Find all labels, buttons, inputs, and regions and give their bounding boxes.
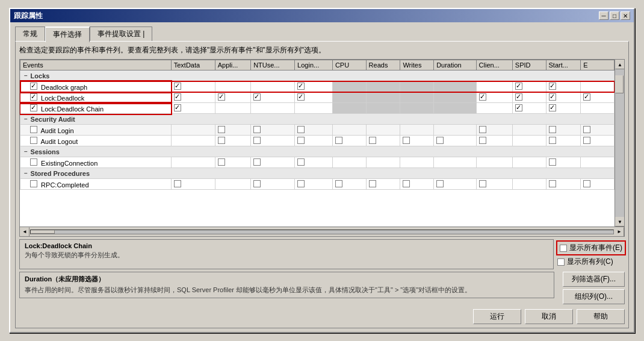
cell-lock-deadlock-label[interactable]: Lock:Deadlock (20, 92, 172, 103)
scroll-track-v[interactable] (615, 69, 624, 217)
cb-rpc[interactable] (30, 180, 37, 187)
tab-general[interactable]: 常规 (15, 27, 45, 42)
cell-dg-e (581, 81, 615, 92)
cb-deadlock-graph[interactable] (30, 83, 37, 90)
scroll-down-button[interactable]: ▼ (615, 217, 624, 227)
cell-alo-reads (366, 136, 400, 146)
cell-dg-duration (434, 81, 476, 92)
run-button[interactable]: 运行 (473, 309, 521, 324)
cell-ld-spid[interactable] (512, 92, 546, 103)
help-button[interactable]: 帮助 (577, 309, 625, 324)
cell-ec-e (581, 157, 615, 168)
scroll-thumb-v[interactable] (615, 75, 624, 93)
collapse-sp-icon[interactable]: – (24, 170, 28, 177)
col-writes: Writes (400, 60, 434, 70)
cb-existing-conn[interactable] (30, 158, 37, 166)
cell-rpc-spid (512, 179, 546, 190)
top-bottom-row: Lock:Deadlock Chain 为每个导致死锁的事件分别生成。 显示所有… (19, 239, 625, 269)
row-audit-login: Audit Login (20, 125, 615, 136)
cell-alo-login (295, 136, 333, 146)
cell-existing-conn-label[interactable]: ExistingConnection (20, 157, 172, 168)
cell-al-ntuse (251, 125, 295, 136)
cb-lock-deadlock[interactable] (30, 93, 37, 101)
scroll-left-button[interactable]: ◄ (20, 227, 29, 237)
section-sessions: – Sessions (20, 146, 615, 157)
cb-audit-login[interactable] (30, 126, 37, 133)
tab-event-selection[interactable]: 事件选择 (45, 27, 90, 42)
minimize-button[interactable]: ─ (599, 11, 608, 20)
cell-audit-logout-label[interactable]: Audit Logout (20, 136, 172, 146)
cell-rpc-login (295, 179, 333, 190)
col-textdata: TextData (171, 60, 215, 70)
maximize-button[interactable]: □ (610, 11, 619, 20)
show-all-cols-label[interactable]: 显示所有列(C) (567, 257, 613, 267)
collapse-locks-icon[interactable]: – (24, 72, 28, 79)
cell-al-writes (400, 125, 434, 136)
cell-ld-e[interactable] (581, 92, 615, 103)
cell-audit-login-label[interactable]: Audit Login (20, 125, 172, 136)
scroll-up-button[interactable]: ▲ (615, 60, 624, 69)
cell-ldc-start[interactable] (546, 103, 581, 114)
vertical-scrollbar[interactable]: ▲ ▼ (615, 60, 624, 227)
close-button[interactable]: ✕ (621, 11, 630, 20)
cell-ldc-clien (476, 103, 512, 114)
table-wrapper[interactable]: Events TextData Appli... NTUse... Login.… (20, 60, 615, 227)
collapse-sessions-icon[interactable]: – (24, 148, 28, 155)
cell-ec-duration (434, 157, 476, 168)
cell-rpc-e (581, 179, 615, 190)
cell-ld-ntuse[interactable] (251, 92, 295, 103)
cell-rpc-textdata (171, 179, 215, 190)
window-title: 跟踪属性 (14, 11, 43, 21)
cell-dg-login[interactable] (295, 81, 333, 92)
cell-rpc-cpu (332, 179, 366, 190)
cell-al-duration (434, 125, 476, 136)
cb-show-all-events[interactable] (560, 245, 567, 252)
cell-dg-textdata[interactable] (171, 81, 215, 92)
cell-ld-appli[interactable] (215, 92, 250, 103)
cell-ldc-reads (366, 103, 400, 114)
col-events: Events (20, 60, 172, 70)
scroll-right-button[interactable]: ► (615, 227, 624, 237)
cb-lock-deadlock-chain[interactable] (30, 104, 37, 111)
horizontal-scrollbar[interactable]: ◄ ► (20, 227, 624, 236)
cell-ldc-spid[interactable] (512, 103, 546, 114)
cell-ec-textdata (171, 157, 215, 168)
cell-rpc-label[interactable]: RPC:Completed (20, 179, 172, 190)
cell-alo-ntuse (251, 136, 295, 146)
cell-alo-textdata (171, 136, 215, 146)
cell-ec-reads (366, 157, 400, 168)
cell-rpc-reads (366, 179, 400, 190)
cell-dg-spid[interactable] (512, 81, 546, 92)
event-table-container: Events TextData Appli... NTUse... Login.… (19, 59, 625, 237)
cell-ec-ntuse (251, 157, 295, 168)
cell-al-appli (215, 125, 250, 136)
cell-deadlock-graph-label[interactable]: Deadlock graph (20, 81, 172, 92)
column-filter-button[interactable]: 列筛选器(F)... (563, 272, 625, 287)
cb-audit-logout[interactable] (30, 137, 37, 144)
scroll-thumb-h[interactable] (31, 230, 55, 234)
row-lock-deadlock: Lock:Deadlock (20, 92, 615, 103)
section-locks: – Locks (20, 70, 615, 81)
cancel-button[interactable]: 取消 (525, 309, 573, 324)
cb-show-all-cols[interactable] (557, 258, 565, 266)
tab-event-extraction[interactable]: 事件提取设置 | (90, 27, 152, 42)
right-checkboxes: 显示所有事件(E) 显示所有列(C) (557, 239, 625, 267)
col-duration: Duration (434, 60, 476, 70)
col-start: Start... (546, 60, 581, 70)
cell-alo-cpu (332, 136, 366, 146)
cell-lock-deadlock-chain-label[interactable]: Lock:Deadlock Chain (20, 103, 172, 114)
show-all-events-label[interactable]: 显示所有事件(E) (569, 243, 622, 253)
cell-dg-start[interactable] (546, 81, 581, 92)
cell-rpc-writes (400, 179, 434, 190)
cell-ldc-textdata[interactable] (171, 103, 215, 114)
cell-ld-login[interactable] (295, 92, 333, 103)
row-lock-deadlock-chain: Lock:Deadlock Chain (20, 103, 615, 114)
cell-ld-clien[interactable] (476, 92, 512, 103)
cell-ld-start[interactable] (546, 92, 581, 103)
organize-columns-button[interactable]: 组织列(O)... (563, 289, 625, 304)
cell-ec-login (295, 157, 333, 168)
show-all-cols-row: 显示所有列(C) (557, 257, 625, 267)
collapse-security-icon[interactable]: – (24, 116, 28, 122)
cell-ld-textdata[interactable] (171, 92, 215, 103)
scroll-track-h[interactable] (30, 230, 614, 234)
